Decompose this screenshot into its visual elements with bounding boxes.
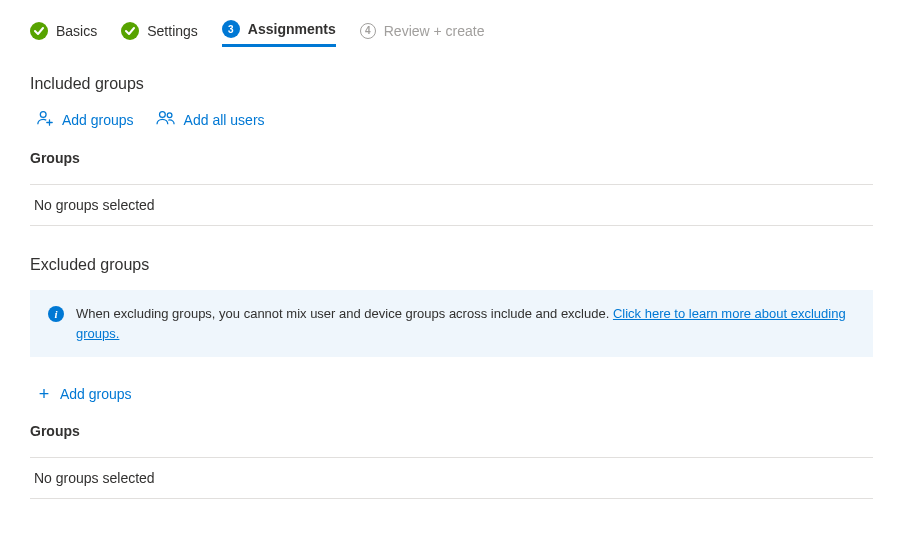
step-label: Review + create bbox=[384, 23, 485, 39]
step-label: Basics bbox=[56, 23, 97, 39]
info-icon: i bbox=[48, 306, 64, 322]
wizard-steps: Basics Settings 3 Assignments 4 Review +… bbox=[30, 20, 873, 47]
people-icon bbox=[156, 109, 176, 130]
excluded-actions: + Add groups bbox=[30, 385, 873, 403]
step-review-create[interactable]: 4 Review + create bbox=[360, 23, 485, 45]
excluded-empty-text: No groups selected bbox=[30, 458, 873, 498]
step-label: Assignments bbox=[248, 21, 336, 37]
svg-point-1 bbox=[159, 112, 165, 118]
step-assignments[interactable]: 3 Assignments bbox=[222, 20, 336, 47]
add-groups-label: Add groups bbox=[62, 112, 134, 128]
step-number-icon: 3 bbox=[222, 20, 240, 38]
svg-point-2 bbox=[167, 113, 172, 118]
plus-icon: + bbox=[36, 385, 52, 403]
add-all-users-label: Add all users bbox=[184, 112, 265, 128]
excluded-groups-heading: Groups bbox=[30, 423, 873, 447]
included-actions: Add groups Add all users bbox=[30, 109, 873, 130]
excluded-groups-section: Excluded groups i When excluding groups,… bbox=[30, 256, 873, 499]
step-label: Settings bbox=[147, 23, 198, 39]
step-settings[interactable]: Settings bbox=[121, 22, 198, 46]
excluded-info-text: When excluding groups, you cannot mix us… bbox=[76, 304, 855, 343]
included-groups-table: No groups selected bbox=[30, 184, 873, 226]
included-groups-title: Included groups bbox=[30, 75, 873, 93]
excluded-info-box: i When excluding groups, you cannot mix … bbox=[30, 290, 873, 357]
svg-point-0 bbox=[40, 112, 46, 118]
included-groups-heading: Groups bbox=[30, 150, 873, 174]
add-all-users-button[interactable]: Add all users bbox=[156, 109, 265, 130]
excluded-groups-table: No groups selected bbox=[30, 457, 873, 499]
person-add-icon bbox=[36, 109, 54, 130]
included-empty-text: No groups selected bbox=[30, 185, 873, 225]
step-basics[interactable]: Basics bbox=[30, 22, 97, 46]
excluded-groups-title: Excluded groups bbox=[30, 256, 873, 274]
step-number-icon: 4 bbox=[360, 23, 376, 39]
check-icon bbox=[30, 22, 48, 40]
included-groups-section: Included groups Add groups A bbox=[30, 75, 873, 226]
add-groups-label: Add groups bbox=[60, 386, 132, 402]
add-groups-button[interactable]: + Add groups bbox=[36, 385, 132, 403]
add-groups-button[interactable]: Add groups bbox=[36, 109, 134, 130]
check-icon bbox=[121, 22, 139, 40]
